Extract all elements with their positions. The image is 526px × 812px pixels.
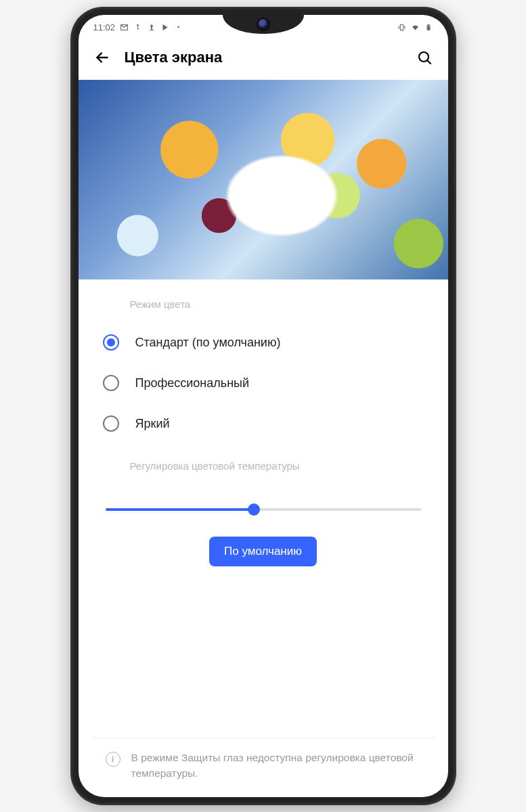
gmail-icon	[120, 23, 129, 32]
page-title: Цвета экрана	[125, 49, 402, 66]
status-right	[397, 23, 433, 32]
svg-rect-7	[428, 24, 429, 25]
radio-icon	[103, 375, 119, 391]
preview-image	[79, 80, 448, 279]
svg-rect-8	[428, 26, 430, 29]
radio-option-professional[interactable]: Профессиональный	[92, 363, 435, 403]
slider-thumb[interactable]	[248, 503, 260, 516]
more-dot-icon: •	[174, 23, 183, 32]
phone-screen: 11:02 •	[79, 15, 448, 797]
wifi-icon	[411, 23, 420, 32]
vibrate-icon	[397, 23, 406, 32]
svg-rect-5	[400, 24, 403, 30]
default-button[interactable]: По умолчанию	[209, 537, 317, 566]
app-bar: Цвета экрана	[79, 35, 448, 80]
temperature-slider[interactable]	[92, 492, 435, 511]
slider-track	[106, 508, 421, 511]
radio-label: Яркий	[135, 417, 170, 431]
radio-icon	[103, 334, 119, 351]
status-time: 11:02	[93, 22, 116, 32]
color-mode-label: Режим цвета	[92, 298, 435, 310]
play-store-icon	[160, 23, 169, 32]
status-left: 11:02 •	[93, 22, 183, 32]
radio-option-standard[interactable]: Стандарт (по умолчанию)	[92, 322, 435, 363]
info-icon: i	[106, 752, 120, 767]
upload-icon	[147, 23, 156, 32]
radio-label: Профессиональный	[135, 376, 250, 390]
key-icon	[133, 23, 142, 32]
phone-frame: 11:02 •	[70, 7, 456, 805]
search-button[interactable]	[413, 46, 436, 69]
temperature-label: Регулировка цветовой температуры	[92, 460, 435, 472]
content-area: Режим цвета Стандарт (по умолчанию) Проф…	[79, 279, 448, 797]
radio-option-bright[interactable]: Яркий	[92, 403, 435, 444]
svg-rect-4	[150, 30, 154, 30]
footer-text: В режиме Защиты глаз недоступна регулиро…	[131, 750, 421, 781]
radio-icon	[103, 415, 119, 432]
footer-note: i В режиме Защиты глаз недоступна регули…	[92, 738, 435, 797]
battery-icon	[424, 23, 433, 32]
slider-fill	[106, 508, 254, 511]
svg-rect-3	[137, 28, 139, 29]
radio-label: Стандарт (по умолчанию)	[135, 336, 281, 350]
back-button[interactable]	[91, 46, 114, 69]
